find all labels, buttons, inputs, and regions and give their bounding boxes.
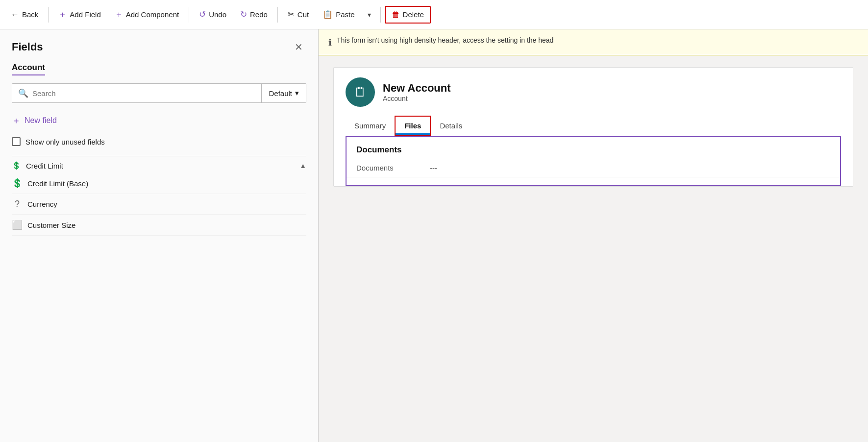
collapse-button[interactable]: ▲ (299, 162, 306, 170)
undo-icon: ↺ (199, 9, 206, 20)
search-input-wrapper: 🔍 (12, 84, 261, 102)
separator-2 (189, 7, 189, 23)
new-field-plus-icon: ＋ (12, 115, 21, 126)
unused-fields-row: Show only unused fields (12, 137, 306, 146)
tab-files[interactable]: Files (395, 116, 431, 136)
field-section-credit-limit: 💲 Credit Limit ▲ (12, 156, 306, 173)
search-icon: 🔍 (18, 88, 28, 98)
redo-button[interactable]: ↻ Redo (234, 6, 273, 23)
unused-fields-label: Show only unused fields (25, 138, 105, 146)
add-field-icon: ＋ (58, 9, 67, 20)
tab-summary[interactable]: Summary (346, 116, 395, 136)
close-panel-button[interactable]: ✕ (291, 39, 306, 55)
tabs-bar: Summary Files Details (346, 116, 841, 136)
paste-icon: 📋 (322, 9, 333, 20)
cut-label: Cut (298, 10, 309, 19)
field-item-customer-size[interactable]: ⬜ Customer Size (12, 215, 306, 236)
fields-panel: Fields ✕ Account 🔍 Default ▾ ＋ New field (0, 29, 319, 442)
panel-title: Fields (12, 41, 43, 53)
back-icon: ← (11, 10, 19, 20)
redo-icon: ↻ (240, 9, 247, 20)
chevron-down-icon: ▾ (295, 89, 299, 98)
field-item-currency[interactable]: ? Currency (12, 194, 306, 215)
separator-3 (277, 7, 278, 23)
delete-icon: 🗑 (392, 10, 400, 20)
dropdown-label: Default (269, 89, 292, 98)
credit-limit-icon: 💲 (12, 161, 21, 170)
field-item-currency-label: Currency (27, 200, 57, 208)
form-card: 🗒 New Account Account Summary Files (333, 67, 853, 187)
undo-button[interactable]: ↺ Undo (193, 6, 232, 23)
record-header: 🗒 New Account Account (346, 77, 841, 107)
record-avatar: 🗒 (346, 77, 375, 107)
tab-details[interactable]: Details (431, 116, 471, 136)
delete-label: Delete (403, 10, 424, 19)
record-name: New Account (383, 82, 451, 95)
panel-header: Fields ✕ (12, 39, 306, 55)
field-icon-currency: 💲 (12, 178, 23, 189)
search-dropdown[interactable]: Default ▾ (261, 84, 306, 102)
redo-label: Redo (250, 10, 268, 19)
undo-label: Undo (209, 10, 226, 19)
paste-dropdown-button[interactable]: ▾ (363, 7, 376, 23)
section-row-documents: Documents --- (347, 159, 840, 177)
field-icon-question: ? (12, 199, 23, 209)
main-layout: Fields ✕ Account 🔍 Default ▾ ＋ New field (0, 29, 868, 442)
cut-icon: ✂ (288, 9, 295, 20)
add-field-label: Add Field (70, 10, 100, 19)
credit-limit-label: Credit Limit (26, 162, 63, 170)
field-icon-square: ⬜ (12, 220, 23, 230)
paste-label: Paste (336, 10, 354, 19)
cut-button[interactable]: ✂ Cut (282, 6, 315, 23)
account-label: Account (12, 63, 306, 83)
right-content: ℹ This form isn't using high density hea… (319, 29, 868, 442)
back-label: Back (22, 10, 38, 19)
paste-button[interactable]: 📋 Paste (317, 6, 360, 23)
info-icon: ℹ (328, 37, 332, 48)
search-input[interactable] (32, 89, 255, 98)
separator-1 (48, 7, 49, 23)
add-component-button[interactable]: ＋ Add Component (109, 6, 185, 23)
toolbar: ← Back ＋ Add Field ＋ Add Component ↺ Und… (0, 0, 868, 29)
search-bar: 🔍 Default ▾ (12, 83, 306, 103)
separator-4 (380, 7, 381, 23)
add-field-button[interactable]: ＋ Add Field (52, 6, 106, 23)
notice-banner: ℹ This form isn't using high density hea… (319, 29, 868, 55)
back-button[interactable]: ← Back (5, 7, 44, 23)
add-component-label: Add Component (126, 10, 179, 19)
field-item-credit-limit-base-label: Credit Limit (Base) (27, 179, 88, 188)
new-field-label: New field (25, 116, 57, 125)
section-row-value: --- (430, 164, 437, 172)
delete-button[interactable]: 🗑 Delete (385, 6, 431, 24)
section-title: Documents (347, 145, 840, 159)
field-item-credit-limit-base[interactable]: 💲 Credit Limit (Base) (12, 173, 306, 194)
notice-text: This form isn't using high density heade… (337, 36, 553, 44)
new-field-button[interactable]: ＋ New field (12, 113, 57, 128)
documents-section: Documents Documents --- (346, 136, 841, 186)
avatar-icon: 🗒 (354, 85, 367, 100)
unused-fields-checkbox[interactable] (12, 137, 21, 146)
add-component-icon: ＋ (115, 9, 123, 20)
close-icon: ✕ (295, 41, 303, 53)
record-type: Account (383, 95, 451, 102)
record-info: New Account Account (383, 82, 451, 102)
section-row-label: Documents (356, 164, 415, 172)
field-item-customer-size-label: Customer Size (27, 221, 75, 229)
form-area: 🗒 New Account Account Summary Files (319, 55, 868, 442)
